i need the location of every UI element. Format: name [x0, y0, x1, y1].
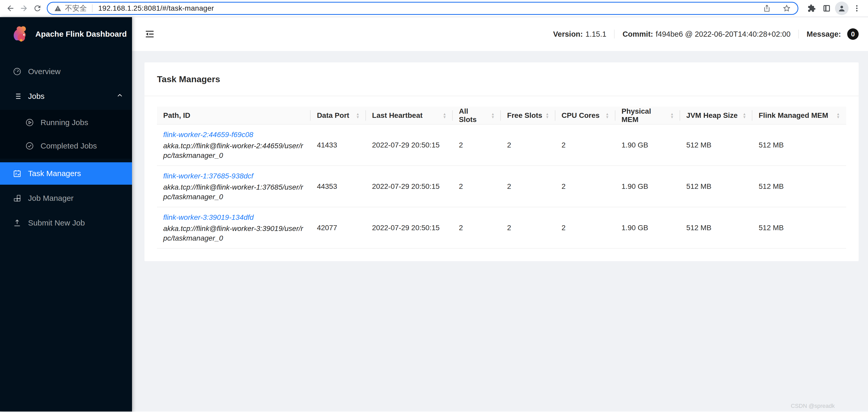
play-circle-icon	[25, 118, 34, 127]
physical-mem-cell: 1.90 GB	[615, 124, 680, 166]
build-info: Version: 1.15.1 Commit: f494be6 @ 2022-0…	[553, 28, 859, 40]
taskmanager-link[interactable]: flink-worker-2:44659-f69c08	[163, 130, 253, 139]
sort-caret-icon[interactable]: ▲▼	[836, 112, 840, 119]
message-label: Message:	[807, 30, 841, 38]
col-data-port[interactable]: Data Port▲▼	[311, 107, 366, 124]
sidebar-item-submit-new-job[interactable]: Submit New Job	[0, 212, 132, 234]
data-port-cell: 42077	[311, 207, 366, 248]
schedule-icon	[12, 169, 22, 178]
all-slots-cell: 2	[453, 207, 501, 248]
sidebar-item-label: Completed Jobs	[40, 142, 97, 150]
col-last-heartbeat[interactable]: Last Heartbeat▲▼	[366, 107, 453, 124]
cpu-cores-cell: 2	[555, 207, 615, 248]
all-slots-cell: 2	[453, 124, 501, 166]
side-panel-icon[interactable]	[819, 2, 834, 15]
browser-actions	[804, 2, 864, 15]
sidebar-item-label: Running Jobs	[40, 118, 88, 127]
share-icon[interactable]	[763, 4, 771, 12]
col-jvm-heap[interactable]: JVM Heap Size▲▼	[680, 107, 752, 124]
task-managers-table: Path, ID Data Port▲▼ Last Heartbeat▲▼ Al…	[157, 107, 846, 249]
sort-caret-icon[interactable]: ▲▼	[356, 112, 360, 119]
physical-mem-cell: 1.90 GB	[615, 166, 680, 207]
not-secure-warning-icon[interactable]	[54, 5, 61, 12]
sidebar-item-completed-jobs[interactable]: Completed Jobs	[0, 135, 132, 157]
flink-squirrel-icon	[11, 25, 30, 43]
browser-toolbar: 不安全 192.168.1.25:8081/#/task-manager	[0, 0, 868, 17]
not-secure-label[interactable]: 不安全	[65, 3, 87, 13]
address-bar[interactable]: 不安全 192.168.1.25:8081/#/task-manager	[47, 2, 798, 15]
profile-avatar[interactable]	[834, 2, 849, 15]
free-slots-cell: 2	[501, 207, 555, 248]
sort-caret-icon[interactable]: ▲▼	[546, 112, 549, 119]
all-slots-cell: 2	[453, 166, 501, 207]
forward-icon[interactable]	[17, 2, 31, 15]
taskmanager-link[interactable]: flink-worker-3:39019-134dfd	[163, 213, 254, 222]
list-icon	[12, 92, 22, 101]
physical-mem-cell: 1.90 GB	[615, 207, 680, 248]
watermark: CSDN @spreadk	[791, 403, 835, 409]
menu-fold-icon[interactable]	[145, 29, 155, 39]
sort-caret-icon[interactable]: ▲▼	[606, 112, 609, 119]
sidebar-item-overview[interactable]: Overview	[0, 60, 132, 83]
sidebar-item-jobs[interactable]: Jobs	[0, 85, 132, 108]
col-cpu-cores[interactable]: CPU Cores▲▼	[555, 107, 615, 124]
sort-caret-icon[interactable]: ▲▼	[491, 112, 495, 119]
col-free-slots[interactable]: Free Slots▲▼	[501, 107, 555, 124]
commit-label: Commit:	[622, 30, 653, 38]
sort-caret-icon[interactable]: ▲▼	[742, 112, 746, 119]
version-value: 1.15.1	[586, 30, 607, 38]
col-physical-mem[interactable]: Physical MEM▲▼	[615, 107, 680, 124]
taskmanager-path: akka.tcp://flink@flink-worker-3:39019/us…	[163, 224, 304, 243]
free-slots-cell: 2	[501, 124, 555, 166]
build-icon	[12, 194, 22, 203]
commit-value: f494be6 @ 2022-06-20T14:40:28+02:00	[656, 30, 790, 38]
content-area: Task Managers Path, ID Data Port▲▼	[132, 51, 868, 411]
dashboard-icon	[12, 67, 22, 76]
table-row: flink-worker-1:37685-938dcf akka.tcp://f…	[157, 166, 846, 207]
sidebar-item-running-jobs[interactable]: Running Jobs	[0, 111, 132, 134]
taskmanager-link[interactable]: flink-worker-1:37685-938dcf	[163, 172, 253, 180]
col-all-slots[interactable]: All Slots▲▼	[453, 107, 501, 124]
table-header-row: Path, ID Data Port▲▼ Last Heartbeat▲▼ Al…	[157, 107, 846, 124]
address-bar-divider	[92, 4, 93, 12]
back-icon[interactable]	[4, 2, 17, 15]
sidebar-item-label: Job Manager	[28, 194, 73, 203]
app-title: Apache Flink Dashboard	[35, 30, 127, 38]
url-text[interactable]: 192.168.1.25:8081/#/task-manager	[98, 4, 214, 12]
divider	[614, 30, 615, 38]
sidebar-item-label: Jobs	[28, 92, 44, 101]
upload-icon	[12, 218, 22, 228]
table-row: flink-worker-3:39019-134dfd akka.tcp://f…	[157, 207, 846, 248]
taskmanager-path: akka.tcp://flink@flink-worker-2:44659/us…	[163, 141, 304, 160]
sort-caret-icon[interactable]: ▲▼	[443, 112, 446, 119]
flink-logo[interactable]: Apache Flink Dashboard	[0, 17, 132, 51]
heartbeat-cell: 2022-07-29 20:50:15	[366, 166, 453, 207]
taskmanager-path: akka.tcp://flink@flink-worker-1:37685/us…	[163, 182, 304, 202]
message-count-badge[interactable]: 0	[847, 28, 859, 40]
flink-managed-mem-cell: 512 MB	[752, 124, 846, 166]
data-port-cell: 44353	[311, 166, 366, 207]
table-row: flink-worker-2:44659-f69c08 akka.tcp://f…	[157, 124, 846, 166]
col-flink-managed-mem[interactable]: Flink Managed MEM▲▼	[752, 107, 846, 124]
sidebar-item-label: Submit New Job	[28, 218, 85, 227]
jvm-heap-cell: 512 MB	[680, 124, 752, 166]
browser-menu-icon[interactable]	[849, 2, 864, 15]
col-path-id: Path, ID	[157, 107, 311, 124]
sidebar-item-job-manager[interactable]: Job Manager	[0, 187, 132, 209]
extensions-puzzle-icon[interactable]	[804, 2, 819, 15]
bookmark-star-icon[interactable]	[782, 4, 791, 12]
sidebar: Apache Flink Dashboard Overview Jo	[0, 17, 132, 411]
jobs-submenu: Running Jobs Completed Jobs	[0, 110, 132, 159]
flink-managed-mem-cell: 512 MB	[752, 207, 846, 248]
jvm-heap-cell: 512 MB	[680, 166, 752, 207]
check-circle-icon	[25, 141, 34, 151]
chevron-up-icon	[117, 92, 123, 101]
sidebar-item-label: Overview	[28, 67, 61, 76]
cpu-cores-cell: 2	[555, 124, 615, 166]
sidebar-menu: Overview Jobs	[0, 51, 132, 234]
sidebar-item-task-managers[interactable]: Task Managers	[0, 162, 132, 185]
top-header: Version: 1.15.1 Commit: f494be6 @ 2022-0…	[132, 17, 868, 51]
sort-caret-icon[interactable]: ▲▼	[670, 112, 674, 119]
reload-icon[interactable]	[31, 2, 44, 15]
page-title: Task Managers	[157, 74, 220, 84]
